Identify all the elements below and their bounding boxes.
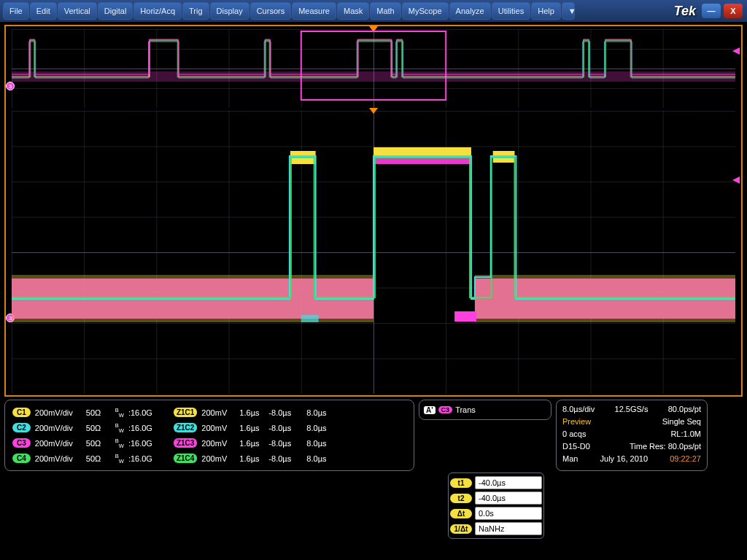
channel-badge: C1 — [12, 408, 31, 417]
menu-mask[interactable]: Mask — [337, 2, 369, 20]
menu-bar: FileEditVerticalDigitalHoriz/AcqTrigDisp… — [0, 0, 747, 22]
waveform-display[interactable]: 3 3 — [4, 25, 743, 397]
menu-digital[interactable]: Digital — [98, 2, 133, 20]
trigger-a-badge: A' — [424, 406, 436, 414]
brand-logo: Tek — [674, 4, 696, 19]
zoom-badge: Z1C1 — [174, 408, 197, 417]
channel-readout-panel[interactable]: C1200mV/div50ΩBW:16.0GZ1C1200mV1.6µs-8.0… — [4, 400, 414, 471]
cursor-dt-value: 0.0s — [475, 507, 542, 520]
cursor-t1-value: -40.0µs — [475, 476, 542, 489]
overview-panel: 3 — [12, 29, 735, 108]
menu-file[interactable]: File — [3, 2, 29, 20]
channel-badge: C4 — [12, 454, 31, 463]
menu-display[interactable]: Display — [210, 2, 249, 20]
channel-row-c1: C1200mV/div50ΩBW:16.0GZ1C1200mV1.6µs-8.0… — [12, 405, 406, 420]
cursor-idt-label: 1/Δt — [450, 524, 472, 534]
zoom-badge: Z1C2 — [174, 423, 197, 432]
cursor-t2-value: -40.0µs — [475, 491, 542, 505]
minimize-button[interactable]: — — [702, 4, 721, 18]
menu-analyze[interactable]: Analyze — [449, 2, 491, 20]
menu-horizacq[interactable]: Horiz/Acq — [133, 2, 182, 20]
zoom-badge: Z1C4 — [174, 454, 197, 463]
menu-cursors[interactable]: Cursors — [250, 2, 292, 20]
menu-dropdown-button[interactable]: ▼ — [562, 2, 575, 20]
cursor-readout-panel[interactable]: t1-40.0µs t2-40.0µs Δt0.0s 1/ΔtNaNHz — [448, 472, 544, 539]
menu-help[interactable]: Help — [531, 2, 561, 20]
trigger-source-badge: C3 — [438, 406, 453, 413]
readout-area: C1200mV/div50ΩBW:16.0GZ1C1200mV1.6µs-8.0… — [0, 398, 747, 472]
window-controls: — X — [702, 4, 743, 18]
menu-trig[interactable]: Trig — [182, 2, 209, 20]
svg-rect-1 — [12, 71, 735, 82]
channel-row-c2: C2200mV/div50ΩBW:16.0GZ1C2200mV1.6µs-8.0… — [12, 420, 406, 435]
cursor-idt-value: NaNHz — [475, 522, 542, 535]
svg-rect-10 — [454, 311, 476, 322]
menu-edit[interactable]: Edit — [30, 2, 57, 20]
close-button[interactable]: X — [724, 4, 743, 18]
zoom-panel: 3 — [12, 111, 735, 394]
overview-waveform — [12, 29, 735, 108]
zoom-waveform — [12, 111, 735, 394]
channel-row-c3: C3200mV/div50ΩBW:16.0GZ1C3200mV1.6µs-8.0… — [12, 435, 406, 451]
cursor-t2-label: t2 — [450, 494, 472, 503]
cursor-dt-label: Δt — [450, 509, 472, 518]
channel-badge: C3 — [12, 438, 31, 448]
channel-badge: C2 — [12, 423, 31, 432]
trigger-readout-panel[interactable]: A' C3 Trans — [419, 400, 551, 420]
zoom-badge: Z1C3 — [174, 438, 197, 448]
acquisition-readout-panel[interactable]: 8.0µs/div12.5GS/s80.0ps/pt PreviewSingle… — [556, 400, 708, 471]
trigger-type-label: Trans — [455, 405, 476, 414]
menu-utilities[interactable]: Utilities — [492, 2, 530, 20]
menu-measure[interactable]: Measure — [292, 2, 336, 20]
menu-vertical[interactable]: Vertical — [58, 2, 97, 20]
menu-math[interactable]: Math — [370, 2, 400, 20]
cursor-t1-label: t1 — [450, 478, 472, 488]
channel-row-c4: C4200mV/div50ΩBW:16.0GZ1C4200mV1.6µs-8.0… — [12, 451, 406, 466]
menu-myscope[interactable]: MyScope — [402, 2, 449, 20]
svg-rect-11 — [301, 315, 319, 322]
